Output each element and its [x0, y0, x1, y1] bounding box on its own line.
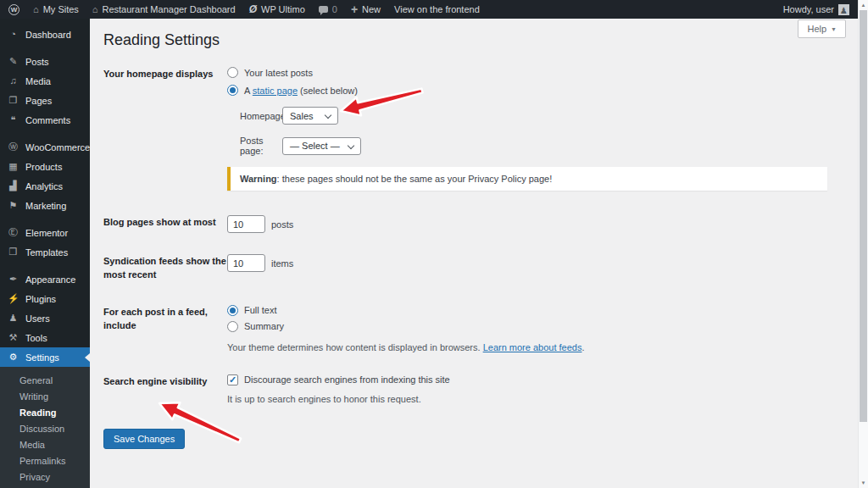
syndication-feeds-label: Syndication feeds show the most recent: [103, 254, 227, 282]
sidebar-item-products[interactable]: ▦ Products: [0, 157, 90, 176]
items-suffix: items: [271, 258, 293, 269]
summary-label: Summary: [244, 321, 284, 331]
sidebar-item-label: Appearance: [25, 274, 75, 285]
user-icon: ♟: [8, 313, 19, 323]
vertical-scrollbar[interactable]: ▲ ▼: [858, 0, 868, 488]
feed-items-input[interactable]: [227, 254, 265, 272]
homepage-select-label: Homepage:: [240, 111, 282, 121]
submenu-item-permalinks[interactable]: Permalinks: [0, 453, 90, 469]
homepage-select[interactable]: Sales: [282, 107, 338, 125]
sidebar-item-templates[interactable]: ❒ Templates: [0, 242, 90, 262]
media-icon: ♫: [8, 76, 19, 86]
wordpress-logo-icon: W: [8, 4, 19, 15]
admin-sidebar: ◔ Dashboard ✎ Posts ♫ Media ❐ Pages ❝ Co…: [0, 19, 90, 488]
scrollbar-thumb[interactable]: [860, 10, 867, 422]
submenu-item-media[interactable]: Media: [0, 437, 90, 453]
current-site-menu[interactable]: ⌂ Restaurant Manager Dashboard: [92, 4, 236, 14]
static-page-label: A static page (select below): [244, 86, 358, 96]
folder-icon: ❒: [8, 247, 19, 257]
sidebar-item-tools[interactable]: ⚒ Tools: [0, 328, 90, 347]
search-visibility-row: Search engine visibility ✓ Discourage se…: [103, 374, 844, 404]
sidebar-item-label: Plugins: [25, 294, 56, 304]
warning-text: : these pages should not be the same as …: [277, 174, 553, 184]
posts-per-page-input[interactable]: [227, 215, 265, 233]
static-page-link[interactable]: static page: [253, 86, 298, 96]
full-text-radio[interactable]: [227, 305, 238, 316]
new-content-menu[interactable]: + New: [351, 3, 381, 15]
blog-pages-label: Blog pages show at most: [103, 215, 227, 230]
syndication-feeds-row: Syndication feeds show the most recent i…: [103, 254, 844, 282]
sidebar-item-elementor[interactable]: Ⓔ Elementor: [0, 223, 90, 242]
new-label: New: [362, 4, 381, 14]
feed-content-label: For each post in a feed, include: [103, 305, 227, 333]
sidebar-item-comments[interactable]: ❝ Comments: [0, 110, 90, 130]
discourage-indexing-checkbox[interactable]: ✓: [227, 374, 238, 385]
chevron-down-icon: ▼: [831, 26, 837, 32]
sidebar-item-label: Pages: [25, 96, 52, 106]
sidebar-item-settings[interactable]: ⚙ Settings: [0, 347, 90, 367]
brush-icon: ✒: [8, 274, 19, 284]
wordpress-menu[interactable]: W: [8, 4, 19, 15]
posts-page-select[interactable]: — Select —: [282, 137, 361, 155]
submenu-item-discussion[interactable]: Discussion: [0, 421, 90, 437]
sidebar-item-label: Tools: [25, 333, 47, 343]
sidebar-item-label: Dashboard: [25, 30, 71, 40]
scroll-down-icon[interactable]: ▼: [859, 478, 868, 488]
my-sites-label: My Sites: [43, 4, 79, 14]
elementor-icon: Ⓔ: [8, 228, 19, 237]
sidebar-item-marketing[interactable]: ⚑ Marketing: [0, 196, 90, 215]
sidebar-item-pages[interactable]: ❐ Pages: [0, 91, 90, 110]
posts-suffix: posts: [271, 219, 293, 230]
sidebar-item-label: WooCommerce: [25, 142, 90, 152]
sidebar-item-dashboard[interactable]: ◔ Dashboard: [0, 25, 90, 44]
sidebar-item-label: Posts: [25, 57, 49, 67]
settings-icon: ⚙: [8, 352, 19, 362]
sidebar-item-posts[interactable]: ✎ Posts: [0, 52, 90, 71]
posts-page-select-label: Posts page:: [240, 136, 282, 156]
view-frontend-link[interactable]: View on the frontend: [394, 4, 480, 14]
comments-shortcut[interactable]: 0: [319, 4, 337, 14]
sidebar-item-plugins[interactable]: ⚡ Plugins: [0, 289, 90, 308]
help-button[interactable]: Help ▼: [798, 19, 846, 38]
sidebar-item-label: Marketing: [25, 201, 66, 211]
comments-icon: ❝: [8, 115, 19, 125]
submenu-item-reading[interactable]: Reading: [0, 405, 90, 421]
settings-submenu: General Writing Reading Discussion Media…: [0, 367, 90, 488]
sidebar-item-label: Settings: [25, 352, 59, 363]
sidebar-item-appearance[interactable]: ✒ Appearance: [0, 269, 90, 289]
comment-bubble-icon: [319, 6, 328, 13]
pushpin-icon: ✎: [8, 57, 19, 66]
homepage-displays-row: Your homepage displays Your latest posts…: [103, 67, 844, 191]
sidebar-item-media[interactable]: ♫ Media: [0, 71, 90, 91]
sidebar-item-users[interactable]: ♟ Users: [0, 308, 90, 328]
submenu-item-privacy[interactable]: Privacy: [0, 469, 90, 485]
feed-content-row: For each post in a feed, include Full te…: [103, 305, 844, 352]
static-page-radio[interactable]: [227, 85, 238, 96]
site-name-label: Restaurant Manager Dashboard: [103, 4, 236, 14]
page-title: Reading Settings: [103, 31, 858, 49]
latest-posts-radio[interactable]: [227, 67, 238, 78]
sidebar-item-woocommerce[interactable]: ⓦ WooCommerce: [0, 137, 90, 157]
view-frontend-label: View on the frontend: [394, 4, 480, 14]
submenu-item-general[interactable]: General: [0, 373, 90, 389]
submenu-item-writing[interactable]: Writing: [0, 389, 90, 405]
comments-count: 0: [332, 4, 337, 14]
sidebar-item-label: Templates: [25, 247, 68, 258]
woocommerce-icon: ⓦ: [8, 142, 19, 152]
warning-bold: Warning: [240, 174, 277, 184]
privacy-warning-notice: Warning: these pages should not be the s…: [227, 167, 827, 191]
sidebar-item-label: Elementor: [25, 228, 68, 238]
wp-ultimo-icon: Ø: [249, 3, 257, 15]
save-changes-button[interactable]: Save Changes: [103, 429, 185, 449]
full-text-label: Full text: [244, 305, 277, 315]
my-sites-menu[interactable]: ⌂ My Sites: [33, 4, 79, 14]
search-visibility-description: It is up to search engines to honor this…: [227, 394, 844, 404]
summary-radio[interactable]: [227, 321, 238, 332]
scroll-up-icon[interactable]: ▲: [859, 0, 868, 10]
feed-description: Your theme determines how content is dis…: [227, 342, 844, 352]
sidebar-item-analytics[interactable]: ▟ Analytics: [0, 176, 90, 196]
howdy-account-menu[interactable]: Howdy, user ♟: [783, 4, 849, 15]
products-icon: ▦: [8, 162, 19, 171]
wp-ultimo-menu[interactable]: Ø WP Ultimo: [249, 3, 305, 15]
learn-more-feeds-link[interactable]: Learn more about feeds: [483, 342, 582, 352]
